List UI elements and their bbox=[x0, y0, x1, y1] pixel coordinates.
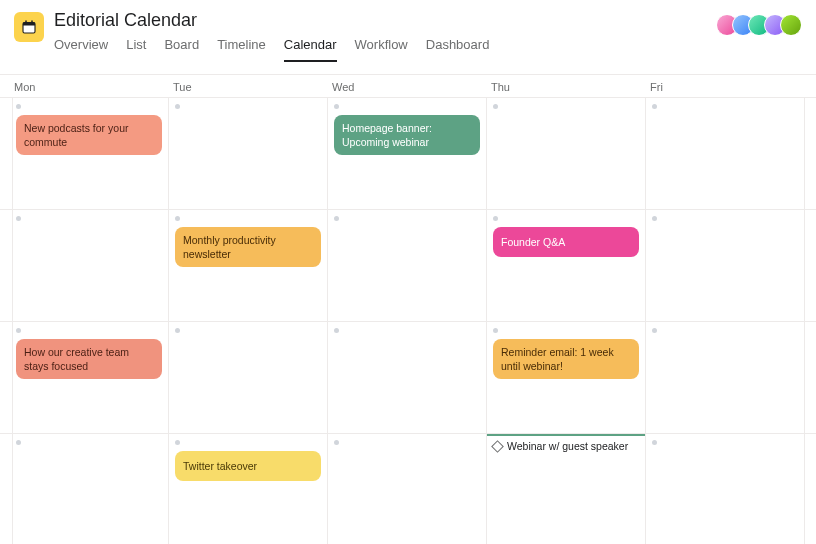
day-header-mon: Mon bbox=[10, 81, 169, 93]
calendar-cell[interactable] bbox=[328, 434, 487, 544]
event-card[interactable]: New podcasts for your commute bbox=[16, 115, 162, 155]
calendar-cell[interactable]: Webinar w/ guest speaker bbox=[487, 434, 646, 544]
day-marker bbox=[334, 440, 339, 445]
tab-list[interactable]: List bbox=[126, 37, 146, 62]
day-marker bbox=[493, 216, 498, 221]
tab-timeline[interactable]: Timeline bbox=[217, 37, 266, 62]
day-marker bbox=[175, 440, 180, 445]
calendar-cell[interactable] bbox=[646, 210, 805, 322]
calendar-cell[interactable] bbox=[805, 322, 816, 434]
svg-rect-2 bbox=[25, 20, 27, 24]
event-card[interactable]: Homepage banner: Upcoming webinar bbox=[334, 115, 480, 155]
calendar-cell[interactable] bbox=[169, 98, 328, 210]
day-marker bbox=[16, 104, 21, 109]
event-card[interactable]: Reminder email: 1 week until webinar! bbox=[493, 339, 639, 379]
calendar-icon bbox=[20, 18, 38, 36]
day-marker bbox=[16, 216, 21, 221]
day-marker bbox=[334, 104, 339, 109]
tab-board[interactable]: Board bbox=[164, 37, 199, 62]
member-avatars[interactable] bbox=[716, 14, 802, 36]
tab-workflow[interactable]: Workflow bbox=[355, 37, 408, 62]
tab-calendar[interactable]: Calendar bbox=[284, 37, 337, 62]
calendar-cell[interactable]: Reminder email: 1 week until webinar! bbox=[487, 322, 646, 434]
event-card[interactable]: Monthly productivity newsletter bbox=[175, 227, 321, 267]
day-marker bbox=[334, 216, 339, 221]
milestone-label: Webinar w/ guest speaker bbox=[507, 440, 628, 452]
project-icon bbox=[14, 12, 44, 42]
day-header-tue: Tue bbox=[169, 81, 328, 93]
day-marker bbox=[175, 104, 180, 109]
calendar-cell[interactable] bbox=[805, 434, 816, 544]
calendar-cell[interactable]: Monthly productivity newsletter bbox=[169, 210, 328, 322]
calendar-cell[interactable] bbox=[10, 210, 169, 322]
day-marker bbox=[493, 328, 498, 333]
calendar-cell[interactable]: New podcasts for your commute bbox=[10, 98, 169, 210]
day-marker bbox=[16, 440, 21, 445]
calendar-cell[interactable]: How our creative team stays focused bbox=[10, 322, 169, 434]
calendar-cell[interactable] bbox=[646, 98, 805, 210]
milestone-indicator bbox=[487, 434, 645, 436]
calendar-cell[interactable] bbox=[328, 210, 487, 322]
calendar-cell[interactable] bbox=[487, 98, 646, 210]
day-header-thu: Thu bbox=[487, 81, 646, 93]
event-card[interactable]: Twitter takeover bbox=[175, 451, 321, 481]
calendar-cell[interactable]: Homepage banner: Upcoming webinar bbox=[328, 98, 487, 210]
milestone-event[interactable]: Webinar w/ guest speaker bbox=[493, 440, 639, 452]
view-tabs: Overview List Board Timeline Calendar Wo… bbox=[54, 37, 706, 62]
avatar[interactable] bbox=[780, 14, 802, 36]
calendar-cell[interactable] bbox=[805, 210, 816, 322]
calendar-cell[interactable] bbox=[10, 434, 169, 544]
event-card[interactable]: Founder Q&A bbox=[493, 227, 639, 257]
calendar-cell[interactable] bbox=[646, 434, 805, 544]
day-marker bbox=[175, 328, 180, 333]
calendar-cell[interactable]: Twitter takeover bbox=[169, 434, 328, 544]
svg-rect-1 bbox=[23, 23, 35, 26]
tab-dashboard[interactable]: Dashboard bbox=[426, 37, 490, 62]
day-header-fri: Fri bbox=[646, 81, 805, 93]
day-header-wed: Wed bbox=[328, 81, 487, 93]
day-marker bbox=[652, 216, 657, 221]
day-marker bbox=[16, 328, 21, 333]
day-marker bbox=[652, 440, 657, 445]
day-marker bbox=[493, 104, 498, 109]
diamond-icon bbox=[491, 440, 504, 453]
svg-rect-3 bbox=[31, 20, 33, 24]
calendar-cell[interactable] bbox=[805, 98, 816, 210]
page-title: Editorial Calendar bbox=[54, 10, 706, 31]
calendar-cell[interactable]: Founder Q&A bbox=[487, 210, 646, 322]
calendar-cell[interactable] bbox=[328, 322, 487, 434]
day-marker bbox=[175, 216, 180, 221]
day-marker bbox=[652, 328, 657, 333]
tab-overview[interactable]: Overview bbox=[54, 37, 108, 62]
calendar-view: Mon Tue Wed Thu Fri New podcasts for you… bbox=[0, 74, 816, 544]
calendar-cell[interactable] bbox=[646, 322, 805, 434]
day-marker bbox=[334, 328, 339, 333]
day-headers: Mon Tue Wed Thu Fri bbox=[0, 75, 816, 97]
calendar-grid: New podcasts for your commute Homepage b… bbox=[0, 97, 816, 544]
event-card[interactable]: How our creative team stays focused bbox=[16, 339, 162, 379]
calendar-cell[interactable] bbox=[169, 322, 328, 434]
day-marker bbox=[652, 104, 657, 109]
